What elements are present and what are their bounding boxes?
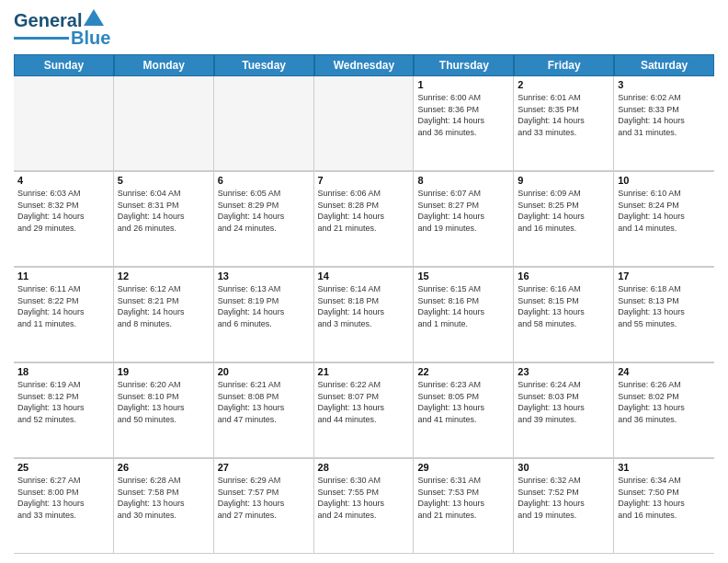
cell-info: Sunrise: 6:34 AM Sunset: 7:50 PM Dayligh… xyxy=(618,475,711,521)
cell-info: Sunrise: 6:21 AM Sunset: 8:08 PM Dayligh… xyxy=(218,379,310,425)
calendar-cell: 1Sunrise: 6:00 AM Sunset: 8:36 PM Daylig… xyxy=(414,76,514,171)
calendar-cell: 18Sunrise: 6:19 AM Sunset: 8:12 PM Dayli… xyxy=(14,363,114,458)
cell-info: Sunrise: 6:28 AM Sunset: 7:58 PM Dayligh… xyxy=(118,475,210,521)
cell-info: Sunrise: 6:23 AM Sunset: 8:05 PM Dayligh… xyxy=(417,379,509,425)
calendar-week-2: 4Sunrise: 6:03 AM Sunset: 8:32 PM Daylig… xyxy=(14,172,714,268)
day-number: 10 xyxy=(618,175,711,186)
calendar-cell: 25Sunrise: 6:27 AM Sunset: 8:00 PM Dayli… xyxy=(14,459,114,554)
calendar-week-4: 18Sunrise: 6:19 AM Sunset: 8:12 PM Dayli… xyxy=(14,363,714,459)
cell-info: Sunrise: 6:09 AM Sunset: 8:25 PM Dayligh… xyxy=(518,188,609,234)
day-number: 30 xyxy=(518,462,609,473)
day-number: 28 xyxy=(318,462,410,473)
calendar-cell: 15Sunrise: 6:15 AM Sunset: 8:16 PM Dayli… xyxy=(414,268,514,362)
calendar-week-1: 1Sunrise: 6:00 AM Sunset: 8:36 PM Daylig… xyxy=(14,76,714,172)
calendar: Sunday Monday Tuesday Wednesday Thursday… xyxy=(14,54,714,554)
day-number: 19 xyxy=(118,366,210,377)
cell-info: Sunrise: 6:26 AM Sunset: 8:02 PM Dayligh… xyxy=(618,379,711,425)
day-number: 3 xyxy=(618,79,711,90)
calendar-header: Sunday Monday Tuesday Wednesday Thursday… xyxy=(14,54,714,76)
cell-info: Sunrise: 6:06 AM Sunset: 8:28 PM Dayligh… xyxy=(318,188,410,234)
calendar-week-5: 25Sunrise: 6:27 AM Sunset: 8:00 PM Dayli… xyxy=(14,459,714,554)
calendar-cell: 9Sunrise: 6:09 AM Sunset: 8:25 PM Daylig… xyxy=(514,172,614,267)
day-number: 26 xyxy=(118,462,210,473)
cell-info: Sunrise: 6:29 AM Sunset: 7:57 PM Dayligh… xyxy=(218,475,310,521)
calendar-cell: 14Sunrise: 6:14 AM Sunset: 8:18 PM Dayli… xyxy=(314,268,415,362)
calendar-cell: 19Sunrise: 6:20 AM Sunset: 8:10 PM Dayli… xyxy=(114,363,214,458)
day-number: 24 xyxy=(618,366,711,377)
logo-text2: Blue xyxy=(71,28,110,49)
calendar-cell: 7Sunrise: 6:06 AM Sunset: 8:28 PM Daylig… xyxy=(314,172,415,267)
day-number: 8 xyxy=(417,175,509,186)
calendar-cell xyxy=(14,76,114,171)
calendar-cell: 16Sunrise: 6:16 AM Sunset: 8:15 PM Dayli… xyxy=(514,268,614,362)
cell-info: Sunrise: 6:10 AM Sunset: 8:24 PM Dayligh… xyxy=(618,188,711,234)
cell-info: Sunrise: 6:02 AM Sunset: 8:33 PM Dayligh… xyxy=(618,92,711,138)
cell-info: Sunrise: 6:24 AM Sunset: 8:03 PM Dayligh… xyxy=(518,379,609,425)
cell-info: Sunrise: 6:04 AM Sunset: 8:31 PM Dayligh… xyxy=(118,188,210,234)
day-number: 20 xyxy=(218,366,310,377)
calendar-cell xyxy=(314,76,415,171)
calendar-cell: 30Sunrise: 6:32 AM Sunset: 7:52 PM Dayli… xyxy=(514,459,614,554)
calendar-cell: 13Sunrise: 6:13 AM Sunset: 8:19 PM Dayli… xyxy=(214,268,314,362)
day-number: 21 xyxy=(318,366,410,377)
header-wednesday: Wednesday xyxy=(314,54,415,76)
cell-info: Sunrise: 6:03 AM Sunset: 8:32 PM Dayligh… xyxy=(17,188,109,234)
calendar-body: 1Sunrise: 6:00 AM Sunset: 8:36 PM Daylig… xyxy=(14,76,714,554)
calendar-week-3: 11Sunrise: 6:11 AM Sunset: 8:22 PM Dayli… xyxy=(14,268,714,363)
cell-info: Sunrise: 6:32 AM Sunset: 7:52 PM Dayligh… xyxy=(518,475,609,521)
header-tuesday: Tuesday xyxy=(214,54,314,76)
calendar-cell: 20Sunrise: 6:21 AM Sunset: 8:08 PM Dayli… xyxy=(214,363,314,458)
calendar-cell: 8Sunrise: 6:07 AM Sunset: 8:27 PM Daylig… xyxy=(414,172,514,267)
calendar-cell: 21Sunrise: 6:22 AM Sunset: 8:07 PM Dayli… xyxy=(314,363,415,458)
day-number: 15 xyxy=(417,270,509,282)
day-number: 2 xyxy=(518,79,609,90)
cell-info: Sunrise: 6:07 AM Sunset: 8:27 PM Dayligh… xyxy=(417,188,509,234)
cell-info: Sunrise: 6:19 AM Sunset: 8:12 PM Dayligh… xyxy=(17,379,109,425)
calendar-cell: 6Sunrise: 6:05 AM Sunset: 8:29 PM Daylig… xyxy=(214,172,314,267)
cell-info: Sunrise: 6:31 AM Sunset: 7:53 PM Dayligh… xyxy=(417,475,509,521)
calendar-cell: 31Sunrise: 6:34 AM Sunset: 7:50 PM Dayli… xyxy=(614,459,714,554)
calendar-cell: 12Sunrise: 6:12 AM Sunset: 8:21 PM Dayli… xyxy=(114,268,214,362)
header-sunday: Sunday xyxy=(14,54,114,76)
day-number: 16 xyxy=(518,270,609,282)
day-number: 9 xyxy=(518,175,609,186)
page: General Blue Sunday Monday Tuesday Wedne… xyxy=(0,0,728,563)
header-friday: Friday xyxy=(514,54,614,76)
cell-info: Sunrise: 6:11 AM Sunset: 8:22 PM Dayligh… xyxy=(17,283,109,329)
logo-icon xyxy=(84,9,104,29)
day-number: 12 xyxy=(118,270,210,282)
day-number: 13 xyxy=(218,270,310,282)
calendar-cell: 10Sunrise: 6:10 AM Sunset: 8:24 PM Dayli… xyxy=(614,172,714,267)
day-number: 1 xyxy=(417,79,509,90)
day-number: 17 xyxy=(618,270,711,282)
day-number: 23 xyxy=(518,366,609,377)
day-number: 11 xyxy=(17,270,109,282)
cell-info: Sunrise: 6:27 AM Sunset: 8:00 PM Dayligh… xyxy=(17,475,109,521)
header-thursday: Thursday xyxy=(414,54,514,76)
day-number: 5 xyxy=(118,175,210,186)
cell-info: Sunrise: 6:12 AM Sunset: 8:21 PM Dayligh… xyxy=(118,283,210,329)
calendar-cell: 26Sunrise: 6:28 AM Sunset: 7:58 PM Dayli… xyxy=(114,459,214,554)
calendar-cell: 5Sunrise: 6:04 AM Sunset: 8:31 PM Daylig… xyxy=(114,172,214,267)
svg-marker-0 xyxy=(84,9,104,26)
header-monday: Monday xyxy=(114,54,214,76)
cell-info: Sunrise: 6:14 AM Sunset: 8:18 PM Dayligh… xyxy=(318,283,410,329)
day-number: 31 xyxy=(618,462,711,473)
day-number: 18 xyxy=(17,366,109,377)
logo: General Blue xyxy=(14,9,110,49)
day-number: 29 xyxy=(417,462,509,473)
calendar-cell: 23Sunrise: 6:24 AM Sunset: 8:03 PM Dayli… xyxy=(514,363,614,458)
calendar-cell: 29Sunrise: 6:31 AM Sunset: 7:53 PM Dayli… xyxy=(414,459,514,554)
header: General Blue xyxy=(14,9,714,49)
calendar-cell: 11Sunrise: 6:11 AM Sunset: 8:22 PM Dayli… xyxy=(14,268,114,362)
calendar-cell xyxy=(114,76,214,171)
calendar-cell: 17Sunrise: 6:18 AM Sunset: 8:13 PM Dayli… xyxy=(614,268,714,362)
calendar-cell: 4Sunrise: 6:03 AM Sunset: 8:32 PM Daylig… xyxy=(14,172,114,267)
cell-info: Sunrise: 6:18 AM Sunset: 8:13 PM Dayligh… xyxy=(618,283,711,329)
cell-info: Sunrise: 6:30 AM Sunset: 7:55 PM Dayligh… xyxy=(318,475,410,521)
cell-info: Sunrise: 6:20 AM Sunset: 8:10 PM Dayligh… xyxy=(118,379,210,425)
cell-info: Sunrise: 6:13 AM Sunset: 8:19 PM Dayligh… xyxy=(218,283,310,329)
calendar-cell: 27Sunrise: 6:29 AM Sunset: 7:57 PM Dayli… xyxy=(214,459,314,554)
day-number: 7 xyxy=(318,175,410,186)
cell-info: Sunrise: 6:00 AM Sunset: 8:36 PM Dayligh… xyxy=(417,92,509,138)
